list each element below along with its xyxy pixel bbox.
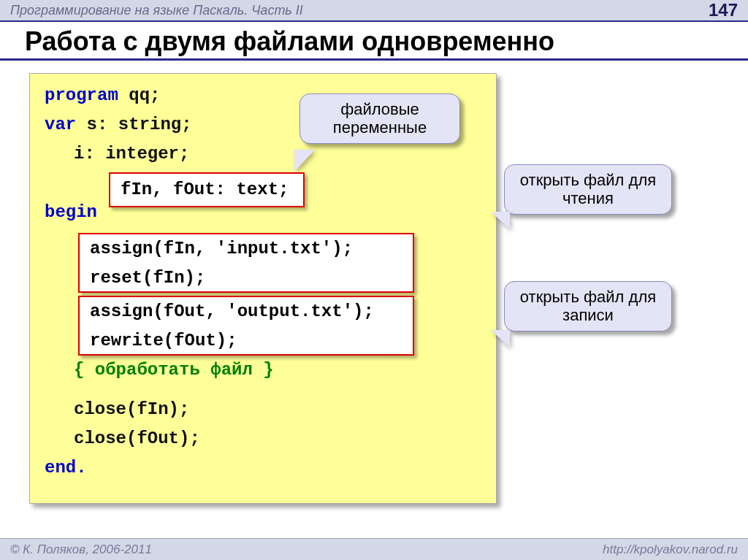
- slide-title: Работа с двумя файлами одновременно: [0, 22, 748, 61]
- highlight-open-read: assign(fIn, 'input.txt'); reset(fIn);: [78, 233, 414, 293]
- callout-tail-icon: [491, 330, 510, 348]
- highlight-open-write: assign(fOut, 'output.txt'); rewrite(fOut…: [78, 296, 414, 356]
- code-line: rewrite(fOut);: [90, 326, 402, 356]
- code-line: end.: [30, 453, 496, 483]
- footer-url: http://kpolyakov.narod.ru: [603, 542, 738, 557]
- callout-open-read: открыть файл для чтения: [504, 164, 672, 215]
- header-bar: Программирование на языке Паскаль. Часть…: [0, 0, 748, 22]
- callout-tail-icon: [491, 212, 510, 229]
- code-line: close(fIn);: [30, 395, 496, 424]
- code-line: assign(fOut, 'output.txt');: [90, 297, 402, 326]
- code-comment: { обработать файл }: [30, 356, 496, 385]
- callout-open-write: открыть файл для записи: [504, 281, 672, 331]
- footer-bar: © К. Поляков, 2006-2011 http://kpolyakov…: [0, 538, 748, 560]
- course-title: Программирование на языке Паскаль. Часть…: [10, 3, 303, 18]
- callout-file-vars: файловые переменные: [299, 93, 460, 144]
- footer-author: © К. Поляков, 2006-2011: [10, 542, 152, 557]
- code-line: reset(fIn);: [90, 264, 402, 293]
- highlight-file-vars: fIn, fOut: text;: [109, 172, 305, 207]
- code-line: assign(fIn, 'input.txt');: [90, 234, 402, 264]
- code-line: close(fOut);: [30, 424, 496, 453]
- code-line: i: integer;: [30, 139, 496, 169]
- callout-tail-icon: [294, 150, 315, 172]
- page-number: 147: [709, 0, 738, 20]
- code-line: [30, 385, 496, 395]
